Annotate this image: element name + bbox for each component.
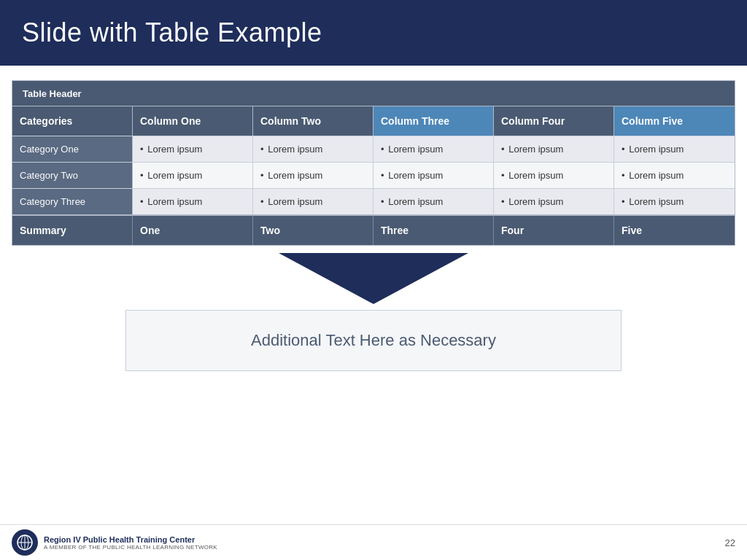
table-header-row: Table Header	[12, 81, 735, 106]
summary-s5: Five	[614, 216, 735, 245]
row3-c5: Lorem ipsum	[614, 189, 735, 214]
row3-c4: Lorem ipsum	[494, 189, 614, 214]
row2-category: Category Two	[12, 163, 133, 188]
table-row: Category Two Lorem ipsum Lorem ipsum Lor…	[12, 162, 735, 188]
col-header-four: Column Four	[494, 106, 614, 136]
col-header-three: Column Three	[374, 106, 494, 136]
logo-icon	[12, 529, 38, 556]
row2-c1: Lorem ipsum	[133, 163, 253, 188]
col-header-two: Column Two	[253, 106, 374, 136]
row3-c3: Lorem ipsum	[374, 189, 494, 214]
summary-label: Summary	[12, 216, 133, 245]
col-header-categories: Categories	[12, 106, 133, 136]
arrow-down-icon	[279, 253, 468, 304]
row3-c2: Lorem ipsum	[253, 189, 374, 214]
arrow-container	[12, 253, 735, 304]
row3-c1: Lorem ipsum	[133, 189, 253, 214]
footer-logo-area: Region IV Public Health Training Center …	[12, 529, 217, 556]
row1-c5: Lorem ipsum	[614, 136, 735, 162]
col-header-five: Column Five	[614, 106, 735, 136]
table: Table Header Categories Column One Colum…	[12, 80, 735, 246]
slide-content: Table Header Categories Column One Colum…	[0, 66, 747, 524]
summary-s2: Two	[253, 216, 374, 245]
summary-row: Summary One Two Three Four Five	[12, 214, 735, 245]
page-number: 22	[725, 537, 735, 548]
summary-s1: One	[133, 216, 253, 245]
row1-c1: Lorem ipsum	[133, 136, 253, 162]
org-name: Region IV Public Health Training Center	[44, 535, 217, 544]
title-bar: Slide with Table Example	[0, 0, 747, 66]
row2-c4: Lorem ipsum	[494, 163, 614, 188]
row3-category: Category Three	[12, 189, 133, 214]
org-sub: A Member of the Public Health Learning N…	[44, 544, 217, 551]
column-headers: Categories Column One Column Two Column …	[12, 106, 735, 136]
col-header-one: Column One	[133, 106, 253, 136]
row1-c2: Lorem ipsum	[253, 136, 374, 162]
additional-text: Additional Text Here as Necessary	[251, 331, 496, 349]
table-header-label: Table Header	[23, 88, 82, 99]
row1-c3: Lorem ipsum	[374, 136, 494, 162]
table-row: Category Three Lorem ipsum Lorem ipsum L…	[12, 188, 735, 214]
footer-text: Region IV Public Health Training Center …	[44, 535, 217, 551]
summary-s3: Three	[374, 216, 494, 245]
row1-category: Category One	[12, 136, 133, 162]
row2-c2: Lorem ipsum	[253, 163, 374, 188]
table-row: Category One Lorem ipsum Lorem ipsum Lor…	[12, 136, 735, 162]
summary-s4: Four	[494, 216, 614, 245]
row1-c4: Lorem ipsum	[494, 136, 614, 162]
row2-c3: Lorem ipsum	[374, 163, 494, 188]
row2-c5: Lorem ipsum	[614, 163, 735, 188]
slide: Slide with Table Example Table Header Ca…	[0, 0, 747, 560]
slide-title: Slide with Table Example	[22, 18, 322, 48]
footer: Region IV Public Health Training Center …	[0, 524, 747, 560]
additional-text-box: Additional Text Here as Necessary	[125, 310, 622, 371]
